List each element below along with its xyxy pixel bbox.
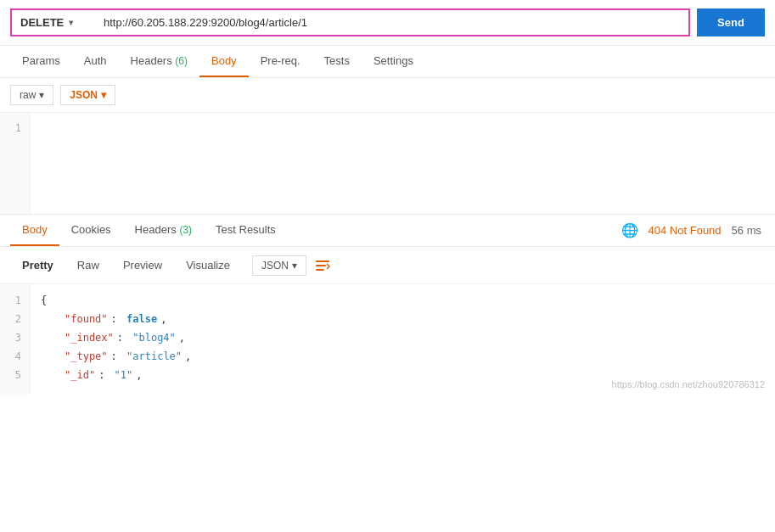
editor-area: 1 (0, 113, 775, 215)
response-code: 1 2 3 4 5 { "found" : false , "_index" :… (0, 284, 775, 395)
watermark: https://blog.csdn.net/zhou920786312 (612, 379, 765, 389)
response-format-button[interactable]: JSON ▾ (252, 255, 306, 276)
url-input[interactable] (95, 10, 688, 35)
res-tab-cookies[interactable]: Cookies (59, 215, 123, 246)
editor-content[interactable] (31, 113, 775, 214)
response-code-content: { "found" : false , "_index" : "blog4" ,… (31, 284, 775, 395)
tab-headers[interactable]: Headers (6) (119, 46, 199, 77)
editor-line-numbers: 1 (0, 113, 31, 214)
svg-rect-1 (316, 265, 326, 266)
rbody-tab-visualize[interactable]: Visualize (174, 254, 242, 277)
tab-prereq[interactable]: Pre-req. (249, 46, 312, 77)
response-meta: 🌐 404 Not Found 56 ms (621, 222, 765, 238)
svg-rect-0 (316, 260, 329, 262)
res-tab-headers[interactable]: Headers (3) (123, 215, 204, 246)
globe-icon: 🌐 (621, 222, 638, 238)
rbody-tab-raw[interactable]: Raw (65, 254, 111, 277)
send-button[interactable]: Send (697, 8, 765, 36)
rbody-tab-pretty[interactable]: Pretty (10, 254, 65, 277)
code-line-2: "found" : false , (41, 310, 765, 328)
response-tabs-row: Body Cookies Headers (3) Test Results 🌐 … (0, 215, 775, 247)
rbody-tab-preview[interactable]: Preview (111, 254, 174, 277)
tab-body[interactable]: Body (199, 46, 249, 77)
tab-params[interactable]: Params (10, 46, 72, 77)
raw-type-button[interactable]: raw ▾ (10, 85, 53, 105)
response-size: 56 ms (732, 224, 761, 237)
code-line-4: "_type" : "article" , (41, 347, 765, 366)
url-bar: DELETE ▾ Send (0, 0, 775, 46)
method-chevron: ▾ (69, 18, 73, 27)
body-type-row: raw ▾ JSON ▾ (0, 78, 775, 113)
wrap-icon (315, 259, 330, 272)
response-section: Body Cookies Headers (3) Test Results 🌐 … (0, 215, 775, 395)
json-type-button[interactable]: JSON ▾ (60, 85, 115, 105)
tab-tests[interactable]: Tests (312, 46, 362, 77)
response-body-tabs-row: Pretty Raw Preview Visualize JSON ▾ (0, 247, 775, 284)
res-tab-body[interactable]: Body (10, 215, 59, 246)
code-line-1: { (41, 291, 765, 310)
status-badge: 404 Not Found (649, 224, 722, 237)
tab-settings[interactable]: Settings (362, 46, 425, 77)
response-tabs: Body Cookies Headers (3) Test Results (10, 215, 621, 246)
method-label: DELETE (20, 16, 64, 29)
svg-rect-2 (316, 269, 324, 271)
res-tab-test-results[interactable]: Test Results (204, 215, 288, 246)
request-tabs: Params Auth Headers (6) Body Pre-req. Te… (0, 46, 775, 78)
method-select[interactable]: DELETE ▾ (10, 8, 95, 36)
wrap-button[interactable] (310, 255, 335, 276)
url-input-wrapper (95, 8, 690, 36)
tab-auth[interactable]: Auth (72, 46, 119, 77)
response-line-numbers: 1 2 3 4 5 (0, 284, 31, 395)
code-line-3: "_index" : "blog4" , (41, 328, 765, 347)
